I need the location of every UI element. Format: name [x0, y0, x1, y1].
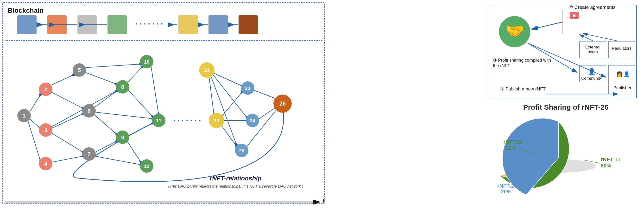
svg-text:23: 23 [245, 86, 250, 91]
svg-text:10: 10 [144, 59, 149, 65]
svg-text:6: 6 [88, 108, 90, 114]
svg-text:👤: 👤 [588, 68, 596, 75]
svg-line-19 [28, 120, 41, 162]
pie-title: Profit Sharing of rNFT-26 [490, 103, 642, 111]
blockchain-label: Blockchain [8, 7, 44, 14]
svg-rect-0 [17, 15, 36, 34]
svg-line-42 [210, 75, 237, 146]
svg-line-32 [94, 156, 142, 165]
svg-line-29 [94, 112, 154, 119]
svg-text:25: 25 [239, 148, 244, 153]
svg-text:🤝: 🤝 [506, 22, 524, 40]
svg-text:20%: 20% [506, 145, 516, 151]
svg-line-107 [580, 35, 593, 41]
svg-line-28 [94, 91, 117, 108]
right-top-area: 🤝 📋 ② Create agreements External use [332, 2, 642, 103]
blockchain-section: Blockchain [5, 5, 322, 41]
svg-rect-9 [178, 15, 198, 34]
svg-text:External: External [585, 45, 600, 49]
svg-line-108 [583, 34, 617, 41]
svg-text:7: 7 [88, 151, 90, 157]
svg-line-26 [84, 64, 142, 68]
agreement-svg: 🤝 📋 ② Create agreements External use [488, 5, 637, 99]
svg-text:60%: 60% [601, 163, 611, 169]
svg-line-31 [94, 141, 117, 153]
svg-text:rNFT-11: rNFT-11 [601, 156, 620, 162]
timeline-svg: t [2, 199, 325, 206]
timeline-label: t [322, 199, 325, 205]
svg-line-21 [50, 92, 84, 109]
svg-text:Regulators: Regulators [612, 46, 632, 51]
svg-line-45 [220, 124, 237, 147]
svg-line-20 [50, 74, 74, 86]
dag-section: · · · · · · · [5, 44, 322, 202]
svg-text:👤: 👤 [623, 71, 630, 78]
svg-rect-3 [108, 15, 127, 34]
svg-text:③ Profit sharing complied with: ③ Profit sharing complied with [493, 58, 551, 63]
svg-text:22: 22 [214, 117, 219, 123]
svg-text:rNFT-25: rNFT-25 [497, 183, 517, 189]
svg-line-30 [94, 114, 117, 135]
dag-svg: · · · · · · · [5, 44, 322, 202]
svg-rect-1 [47, 15, 66, 34]
svg-text:(This DAG barely reflects the : (This DAG barely reflects the relationsh… [168, 184, 303, 188]
svg-text:11: 11 [156, 118, 161, 123]
svg-line-43 [221, 91, 243, 117]
svg-line-17 [29, 94, 41, 113]
svg-text:8: 8 [121, 84, 124, 90]
svg-rect-11 [238, 15, 258, 34]
svg-text:② Create agreements: ② Create agreements [569, 5, 616, 10]
svg-line-37 [151, 66, 159, 115]
svg-text:4: 4 [44, 161, 47, 167]
svg-text:📋: 📋 [572, 14, 577, 18]
svg-text:👩: 👩 [616, 71, 623, 78]
svg-text:users: users [588, 50, 598, 54]
svg-line-39 [209, 74, 214, 115]
agreement-box: 🤝 📋 ② Create agreements External use [488, 5, 637, 98]
svg-line-34 [128, 89, 154, 117]
svg-line-33 [127, 66, 143, 83]
svg-rect-2 [78, 15, 97, 34]
svg-text:· · · · · · ·: · · · · · · · [173, 116, 201, 124]
svg-line-119 [527, 42, 577, 73]
svg-line-18 [29, 118, 41, 129]
svg-text:Community: Community [581, 76, 602, 81]
pie-section: Profit Sharing of rNFT-26 rNFT-11 60% [490, 103, 642, 204]
svg-line-100 [532, 22, 562, 29]
svg-text:the rNFT: the rNFT [493, 63, 510, 68]
svg-rect-10 [208, 15, 228, 34]
svg-text:· · · · · · ·: · · · · · · · [135, 19, 163, 28]
svg-text:26: 26 [280, 100, 286, 107]
svg-text:rNFT-21: rNFT-21 [503, 139, 523, 145]
svg-text:20%: 20% [501, 189, 512, 195]
svg-text:① Publish a new rNFT: ① Publish a new rNFT [500, 86, 546, 91]
svg-line-22 [50, 113, 84, 129]
svg-line-27 [84, 72, 117, 85]
pie-chart-svg: rNFT-11 60% rNFT-21 20% rNFT-25 20% [490, 113, 642, 202]
svg-line-25 [50, 156, 84, 162]
svg-text:3: 3 [44, 127, 47, 133]
svg-line-36 [127, 141, 142, 163]
main-container: Blockchain [0, 0, 644, 208]
left-diagram-area: Blockchain [2, 2, 325, 204]
blockchain-svg: · · · · · · · [5, 5, 322, 40]
svg-line-24 [50, 132, 84, 153]
svg-text:24: 24 [250, 118, 256, 123]
svg-text:Publisher: Publisher [613, 85, 631, 90]
svg-line-40 [211, 72, 243, 86]
svg-text:12: 12 [144, 164, 149, 169]
svg-text:21: 21 [204, 67, 210, 73]
svg-line-46 [252, 90, 278, 99]
svg-text:1: 1 [22, 113, 26, 119]
svg-text:9: 9 [121, 134, 124, 140]
svg-text:5: 5 [78, 67, 81, 73]
svg-text:2: 2 [44, 86, 47, 92]
svg-text:rNFT-relationship: rNFT-relationship [210, 175, 262, 182]
